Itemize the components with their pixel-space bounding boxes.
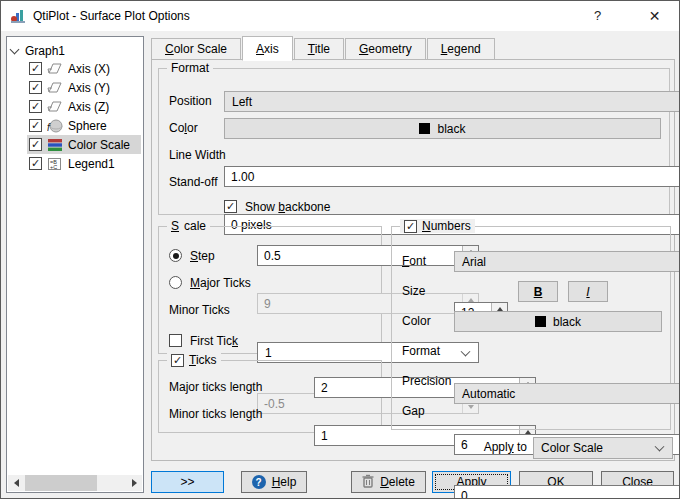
black-swatch [535, 316, 546, 327]
major-ticks-radio[interactable] [169, 276, 182, 289]
apply-to-label: Apply to [457, 437, 527, 458]
tab-legend[interactable]: Legend [427, 38, 495, 60]
axis-3d-icon [47, 80, 63, 96]
step-radio[interactable] [169, 249, 182, 262]
first-tick-label: First Tick [190, 334, 238, 348]
tree-item-label: Legend1 [68, 157, 115, 171]
tree-root-label: Graph1 [25, 44, 65, 58]
minor-ticks-label: Minor Ticks [169, 300, 230, 321]
scroll-right-icon[interactable] [126, 475, 142, 491]
font-select[interactable]: Arial [454, 251, 680, 272]
tree-root-graph1[interactable]: Graph1 [10, 41, 65, 60]
ticks-label: Ticks [189, 353, 217, 367]
sphere-function-icon: f [47, 118, 63, 134]
format-group-title: Format [167, 61, 213, 75]
italic-button[interactable]: I [568, 281, 608, 302]
checkbox-checked-icon[interactable]: ✓ [29, 138, 42, 151]
checkbox-checked-icon[interactable]: ✓ [29, 100, 42, 113]
delete-button[interactable]: Delete [351, 471, 426, 493]
ticks-group-title: ✓ Ticks [167, 353, 221, 367]
scrollbar-thumb[interactable] [25, 475, 97, 491]
tree-item-sphere[interactable]: ✓ f Sphere [27, 116, 141, 135]
tree-item-color-scale[interactable]: ✓ Color Scale [27, 135, 141, 154]
numbers-label: Numbers [422, 219, 471, 233]
svg-text:+C: +C [50, 164, 57, 170]
tree-horizontal-scrollbar[interactable] [8, 475, 142, 491]
tab-axis[interactable]: Axis [242, 36, 293, 61]
numbers-group: ✓ Numbers Font Arial Size 12 B I Color b… [391, 226, 671, 430]
size-label: Size [402, 281, 425, 302]
scroll-left-icon[interactable] [8, 475, 24, 491]
tree-item-axis-x[interactable]: ✓ Axis (X) [27, 59, 141, 78]
tree-item-label: Color Scale [68, 138, 130, 152]
help-button[interactable]: ? Help [241, 471, 307, 493]
precision-label: Precision [402, 371, 451, 392]
tree-item-label: Axis (X) [68, 62, 110, 76]
black-swatch [419, 123, 430, 134]
major-ticks-label: Major Ticks [190, 276, 251, 290]
tab-color-scale[interactable]: Color Scale [151, 38, 241, 60]
titlebar: QtiPlot - Surface Plot Options ? ✕ [1, 1, 679, 31]
axis-color-button[interactable]: black [224, 118, 661, 139]
scale-group-title: Scale [167, 219, 210, 233]
gap-spinner[interactable]: 0 [454, 485, 680, 499]
position-label: Position [169, 91, 212, 112]
major-ticks-length-label: Major ticks length [169, 377, 262, 398]
checkbox-checked-icon[interactable]: ✓ [29, 62, 42, 75]
gap-label: Gap [402, 401, 425, 422]
color-scale-icon [47, 137, 63, 153]
legend-icon: =B+C [47, 156, 63, 172]
tab-bar: Color Scale Axis Title Geometry Legend [151, 36, 496, 60]
help-icon: ? [252, 475, 266, 489]
numbers-format-label: Format [402, 341, 440, 362]
line-width-spinner[interactable]: 1.00 [224, 166, 680, 187]
tree-item-axis-y[interactable]: ✓ Axis (Y) [27, 78, 141, 97]
tree-item-label: Sphere [68, 119, 107, 133]
step-label: Step [190, 249, 215, 263]
line-width-label: Line Width [169, 145, 226, 166]
titlebar-close-icon[interactable]: ✕ [632, 1, 677, 31]
scale-group: Scale Step 0.5 Major Ticks 9 Minor Ticks… [158, 226, 382, 354]
show-backbone-label: Show backbone [245, 200, 330, 214]
numbers-color-label: Color [402, 311, 431, 332]
bold-button[interactable]: B [518, 281, 558, 302]
tab-title[interactable]: Title [294, 38, 344, 60]
more-options-button[interactable]: >> [151, 471, 224, 493]
axis-3d-icon [47, 61, 63, 77]
standoff-label: Stand-off [169, 172, 217, 193]
numbers-checkbox[interactable]: ✓ [404, 220, 417, 233]
checkbox-checked-icon[interactable]: ✓ [29, 119, 42, 132]
font-label: Font [402, 251, 426, 272]
format-group: Format Position Left Color black Line Wi… [158, 68, 670, 215]
tree-item-axis-z[interactable]: ✓ Axis (Z) [27, 97, 141, 116]
first-tick-checkbox[interactable] [169, 334, 182, 347]
checkbox-checked-icon[interactable]: ✓ [29, 81, 42, 94]
numbers-group-title: ✓ Numbers [400, 219, 475, 233]
chevron-down-icon[interactable] [10, 46, 19, 55]
checkbox-checked-icon[interactable]: ✓ [29, 157, 42, 170]
ticks-group: ✓ Ticks Major ticks length 2 Minor ticks… [158, 360, 382, 433]
object-tree: Graph1 ✓ Axis (X) ✓ Axis (Y) ✓ Axis (Z) … [6, 36, 144, 493]
axis-tab-pane: Format Position Left Color black Line Wi… [151, 59, 675, 461]
position-select[interactable]: Left [224, 91, 680, 112]
titlebar-help-button[interactable]: ? [575, 1, 620, 31]
window-title: QtiPlot - Surface Plot Options [33, 1, 190, 31]
tree-item-label: Axis (Z) [68, 100, 109, 114]
surface-plot-options-dialog: QtiPlot - Surface Plot Options ? ✕ Graph… [0, 0, 680, 499]
minor-ticks-length-label: Minor ticks length [169, 404, 262, 425]
qtiplot-app-icon [10, 8, 26, 24]
numbers-color-button[interactable]: black [454, 311, 662, 332]
numbers-format-select[interactable]: Automatic [454, 383, 680, 404]
show-backbone-row: ✓ Show backbone [224, 196, 330, 217]
color-label: Color [169, 118, 198, 139]
tab-geometry[interactable]: Geometry [345, 38, 426, 60]
major-ticks-radio-row: Major Ticks [169, 272, 251, 293]
show-backbone-checkbox[interactable]: ✓ [224, 200, 237, 213]
apply-to-select[interactable]: Color Scale [533, 437, 673, 459]
tree-item-legend1[interactable]: ✓ =B+C Legend1 [27, 154, 141, 173]
first-tick-row: First Tick [169, 330, 238, 351]
step-radio-row: Step [169, 245, 215, 266]
ticks-checkbox[interactable]: ✓ [171, 354, 184, 367]
axis-3d-icon [47, 99, 63, 115]
trash-icon [362, 474, 374, 491]
